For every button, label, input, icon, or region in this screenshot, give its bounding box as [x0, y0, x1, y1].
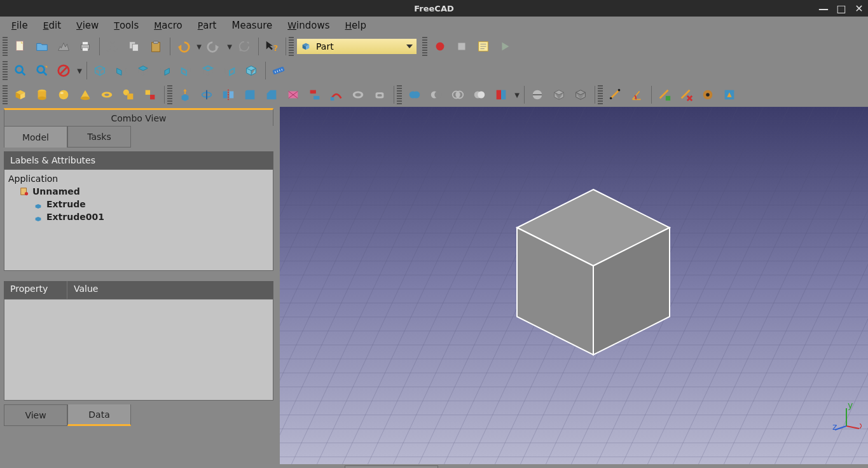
draw-style-icon[interactable]	[53, 60, 74, 81]
menu-measure[interactable]: Measure	[226, 17, 279, 34]
3d-viewport[interactable]: x y z	[277, 107, 868, 464]
rotate-left-icon[interactable]	[241, 60, 261, 81]
fillet-icon[interactable]	[240, 85, 260, 105]
undo-dropdown-icon[interactable]: ▼	[195, 43, 203, 50]
maximize-button[interactable]: □	[836, 3, 846, 13]
primitives-icon[interactable]	[118, 85, 139, 105]
grip-icon[interactable]	[397, 85, 402, 104]
workbench-selector[interactable]: Part	[296, 38, 417, 55]
compound-dropdown-icon[interactable]: ▼	[513, 92, 521, 99]
svg-rect-41	[223, 92, 227, 99]
grip-icon[interactable]	[167, 85, 172, 104]
menu-tools[interactable]: Tools	[107, 17, 145, 34]
section-icon[interactable]	[527, 85, 548, 105]
cut-bool-icon[interactable]	[426, 85, 446, 105]
menu-edit[interactable]: Edit	[37, 17, 67, 34]
grip-icon[interactable]	[3, 85, 8, 104]
measure-clearall-icon[interactable]	[676, 85, 696, 105]
refresh-icon[interactable]	[234, 36, 254, 57]
tab-view[interactable]: View	[4, 404, 67, 426]
doc-tab-unnamed[interactable]: Unnamed : 1*	[345, 465, 438, 468]
measure-refresh-icon[interactable]	[654, 85, 675, 105]
cross-sections-icon[interactable]	[549, 85, 569, 105]
revolve-icon[interactable]	[196, 85, 217, 105]
tree-item-extrude001[interactable]: Extrude001	[8, 210, 269, 223]
fuse-icon[interactable]	[404, 85, 425, 105]
shape-builder-icon[interactable]	[140, 85, 160, 105]
common-icon[interactable]	[448, 85, 468, 105]
measure-dist-icon[interactable]	[268, 60, 289, 81]
rear-view-icon[interactable]	[176, 60, 196, 81]
copy-icon[interactable]	[124, 36, 144, 57]
menu-help[interactable]: Help	[339, 17, 373, 34]
grip-icon[interactable]	[598, 85, 603, 104]
menu-windows[interactable]: Windows	[281, 17, 336, 34]
tree-document[interactable]: Unnamed	[8, 185, 269, 198]
model-tree[interactable]: Application Unnamed Extrude Extrude001	[4, 169, 273, 271]
tree-item-extrude[interactable]: Extrude	[8, 198, 269, 210]
record-icon[interactable]	[430, 36, 450, 57]
box-icon[interactable]	[10, 85, 31, 105]
offset3d-icon[interactable]	[348, 85, 368, 105]
menu-file[interactable]: File	[5, 17, 34, 34]
grip-icon[interactable]	[3, 61, 8, 80]
thickness-icon[interactable]	[369, 85, 390, 105]
tab-tasks[interactable]: Tasks	[67, 126, 131, 148]
stop-record-icon[interactable]	[451, 36, 472, 57]
menu-macro[interactable]: Macro	[148, 17, 189, 34]
measure-angular-icon[interactable]	[627, 85, 647, 105]
grip-icon[interactable]	[422, 37, 427, 56]
property-body[interactable]	[4, 299, 273, 401]
fit-all-icon[interactable]	[10, 60, 31, 81]
grip-icon[interactable]	[289, 37, 294, 56]
paste-icon[interactable]	[146, 36, 166, 57]
run-macro-icon[interactable]	[495, 36, 515, 57]
whatsthis-icon[interactable]: ?	[261, 36, 282, 57]
workbench-label: Part	[316, 41, 334, 52]
redo-icon[interactable]	[203, 36, 224, 57]
open-icon[interactable]	[32, 36, 52, 57]
right-view-icon[interactable]	[155, 60, 175, 81]
macros-icon[interactable]	[473, 36, 493, 57]
chamfer-icon[interactable]	[261, 85, 282, 105]
svg-point-54	[434, 92, 441, 99]
sweep-icon[interactable]	[326, 85, 347, 105]
cut-icon[interactable]	[102, 36, 123, 57]
cone-icon[interactable]	[75, 85, 95, 105]
menu-part[interactable]: Part	[191, 17, 223, 34]
close-button[interactable]: ✕	[854, 3, 864, 13]
draw-style-dropdown-icon[interactable]: ▼	[75, 67, 84, 74]
cylinder-icon[interactable]	[32, 85, 52, 105]
top-view-icon[interactable]	[133, 60, 153, 81]
new-icon[interactable]	[10, 36, 31, 57]
grip-icon[interactable]	[3, 37, 8, 56]
front-view-icon[interactable]	[111, 60, 132, 81]
measure-linear-icon[interactable]	[605, 85, 626, 105]
check-geometry-icon[interactable]	[570, 85, 591, 105]
loft-icon[interactable]	[305, 85, 325, 105]
redo-dropdown-icon[interactable]: ▼	[225, 43, 234, 50]
tab-model[interactable]: Model	[4, 126, 67, 148]
minimize-button[interactable]: —	[818, 3, 829, 13]
mirror-icon[interactable]	[218, 85, 238, 105]
print-icon[interactable]	[75, 36, 95, 57]
undo-icon[interactable]	[173, 36, 193, 57]
document-tabs: Start page Unnamed : 1*	[277, 464, 868, 468]
save-icon[interactable]	[53, 36, 74, 57]
ruled-surface-icon[interactable]	[283, 85, 303, 105]
torus-icon[interactable]	[97, 85, 117, 105]
iso-view-icon[interactable]	[90, 60, 110, 81]
bottom-view-icon[interactable]	[198, 60, 218, 81]
sphere-icon[interactable]	[53, 85, 74, 105]
measure-delta-icon[interactable]	[719, 85, 740, 105]
menu-view[interactable]: View	[70, 17, 105, 34]
tab-data[interactable]: Data	[67, 404, 131, 426]
tree-root[interactable]: Application	[8, 172, 269, 185]
extrude-icon[interactable]	[175, 85, 195, 105]
cube-object[interactable]	[511, 183, 676, 361]
left-view-icon[interactable]	[219, 60, 240, 81]
compound-icon[interactable]	[491, 85, 511, 105]
fit-sel-icon[interactable]	[32, 60, 52, 81]
measure-toggle-icon[interactable]	[698, 85, 718, 105]
connect-icon[interactable]	[469, 85, 490, 105]
